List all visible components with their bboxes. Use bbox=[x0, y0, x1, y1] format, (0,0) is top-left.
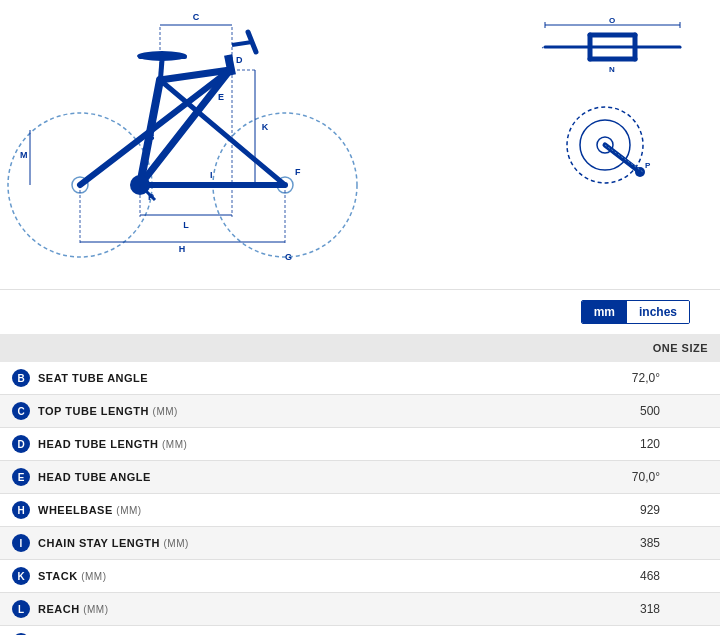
svg-text:K: K bbox=[262, 122, 269, 132]
label-cell: HWHEELBASE (mm) bbox=[0, 494, 432, 527]
svg-text:C: C bbox=[193, 12, 200, 22]
table-row: MSTAND OVER HEIGHT (mm)576 bbox=[0, 626, 720, 636]
svg-text:E: E bbox=[218, 92, 224, 102]
mm-button[interactable]: mm bbox=[582, 301, 627, 323]
crank-diagram-svg: P bbox=[555, 100, 665, 190]
label-cell: DHEAD TUBE LENGTH (mm) bbox=[0, 428, 432, 461]
unit-toggle-area: mm inches bbox=[0, 290, 720, 334]
svg-line-11 bbox=[228, 55, 232, 75]
label-cell: ICHAIN STAY LENGTH (mm) bbox=[0, 527, 432, 560]
table-row: EHEAD TUBE ANGLE 70,0° bbox=[0, 461, 720, 494]
row-label-unit: (mm) bbox=[162, 439, 187, 450]
value-cell: 70,0° bbox=[432, 461, 720, 494]
letter-badge: H bbox=[12, 501, 30, 519]
svg-text:←: ← bbox=[540, 43, 548, 52]
svg-text:P: P bbox=[148, 192, 154, 202]
table-row: LREACH (mm)318 bbox=[0, 593, 720, 626]
value-cell: 385 bbox=[432, 527, 720, 560]
table-row: CTOP TUBE LENGTH (mm)500 bbox=[0, 395, 720, 428]
measurements-table: ONE SIZE BSEAT TUBE ANGLE 72,0°CTOP TUBE… bbox=[0, 334, 720, 635]
svg-point-14 bbox=[137, 51, 187, 61]
letter-badge: L bbox=[12, 600, 30, 618]
value-cell: 500 bbox=[432, 395, 720, 428]
table-row: BSEAT TUBE ANGLE 72,0° bbox=[0, 362, 720, 395]
inches-button[interactable]: inches bbox=[627, 301, 689, 323]
letter-badge: C bbox=[12, 402, 30, 420]
row-label-unit: (mm) bbox=[153, 406, 178, 417]
value-cell: 929 bbox=[432, 494, 720, 527]
row-label-text: SEAT TUBE ANGLE bbox=[38, 372, 148, 384]
svg-text:I: I bbox=[210, 170, 213, 180]
label-cell: BSEAT TUBE ANGLE bbox=[0, 362, 432, 395]
row-label-unit: (mm) bbox=[116, 505, 141, 516]
svg-text:G: G bbox=[285, 252, 292, 262]
svg-line-61 bbox=[605, 145, 640, 172]
label-cell: LREACH (mm) bbox=[0, 593, 432, 626]
table-row: HWHEELBASE (mm)929 bbox=[0, 494, 720, 527]
letter-badge: I bbox=[12, 534, 30, 552]
row-label-unit: (mm) bbox=[164, 538, 189, 549]
svg-text:→: → bbox=[675, 43, 683, 52]
table-row: ICHAIN STAY LENGTH (mm)385 bbox=[0, 527, 720, 560]
row-label-text: TOP TUBE LENGTH (mm) bbox=[38, 405, 178, 417]
row-label-text: WHEELBASE (mm) bbox=[38, 504, 142, 516]
value-cell: 120 bbox=[432, 428, 720, 461]
unit-toggle[interactable]: mm inches bbox=[581, 300, 690, 324]
svg-line-15 bbox=[232, 42, 252, 45]
svg-text:P: P bbox=[645, 161, 651, 170]
svg-text:H: H bbox=[179, 244, 186, 254]
letter-badge: E bbox=[12, 468, 30, 486]
value-cell: 72,0° bbox=[432, 362, 720, 395]
svg-text:F: F bbox=[295, 167, 301, 177]
svg-text:N: N bbox=[609, 65, 615, 74]
row-label-unit: (mm) bbox=[81, 571, 106, 582]
row-label-text: REACH (mm) bbox=[38, 603, 109, 615]
row-label-unit: (mm) bbox=[83, 604, 108, 615]
svg-text:B: B bbox=[148, 132, 155, 142]
svg-text:O: O bbox=[609, 16, 615, 25]
label-cell: KSTACK (mm) bbox=[0, 560, 432, 593]
value-cell: 318 bbox=[432, 593, 720, 626]
row-label-text: HEAD TUBE ANGLE bbox=[38, 471, 151, 483]
svg-text:M: M bbox=[20, 150, 28, 160]
letter-badge: D bbox=[12, 435, 30, 453]
table-row: DHEAD TUBE LENGTH (mm)120 bbox=[0, 428, 720, 461]
value-cell: 468 bbox=[432, 560, 720, 593]
geometry-diagram: C L K H B D E I M P F G bbox=[0, 0, 720, 290]
svg-text:L: L bbox=[183, 220, 189, 230]
letter-badge: B bbox=[12, 369, 30, 387]
table-row: KSTACK (mm)468 bbox=[0, 560, 720, 593]
svg-text:D: D bbox=[236, 55, 243, 65]
label-cell: CTOP TUBE LENGTH (mm) bbox=[0, 395, 432, 428]
row-label-text: STACK (mm) bbox=[38, 570, 106, 582]
label-cell: MSTAND OVER HEIGHT (mm) bbox=[0, 626, 432, 636]
handlebar-diagram-svg: O ← → N bbox=[535, 15, 690, 80]
label-header bbox=[0, 334, 432, 362]
table-header-row: ONE SIZE bbox=[0, 334, 720, 362]
row-label-text: CHAIN STAY LENGTH (mm) bbox=[38, 537, 189, 549]
row-label-text: HEAD TUBE LENGTH (mm) bbox=[38, 438, 187, 450]
label-cell: EHEAD TUBE ANGLE bbox=[0, 461, 432, 494]
bike-diagram-svg: C L K H B D E I M P F G bbox=[0, 0, 370, 265]
letter-badge: K bbox=[12, 567, 30, 585]
size-header: ONE SIZE bbox=[432, 334, 720, 362]
svg-point-62 bbox=[635, 167, 645, 177]
value-cell: 576 bbox=[432, 626, 720, 636]
